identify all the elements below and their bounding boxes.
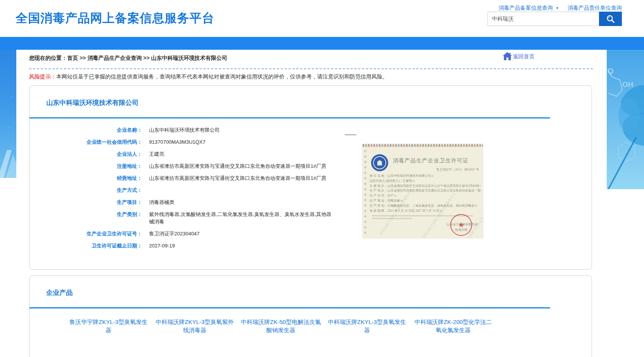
field-value: 91370700MA3M3U1QX7	[149, 138, 205, 146]
field-value: 紫外线消毒器,次氯酸钠发生器,二氧化氯发生器,臭氧发生器、臭氧水发生器,其他器械…	[149, 211, 332, 225]
chevron-down-icon: ▼	[555, 6, 559, 10]
nav-record-info-query[interactable]: 消毒产品备案信息查询 ▼	[498, 5, 559, 12]
header: 全国消毒产品网上备案信息服务平台 消毒产品备案信息查询 ▼ 消毒产品责任单位查询	[0, 0, 644, 37]
page: 全国消毒产品网上备案信息服务平台 消毒产品备案信息查询 ▼ 消毒产品责任单位查询	[0, 0, 644, 357]
field-value: 王建亮	[149, 150, 164, 158]
certificate-field-line: 单 位 名 称：山东中科瑞沃环境技术有限公司※	[370, 174, 481, 179]
risk-notice: 风险提示：本网站仅基于已掌握的信息提供查询服务，查询结果不代表本网站对被查询对象…	[29, 73, 607, 80]
field-value: 山东中科瑞沃环境技术有限公司	[149, 126, 220, 134]
back-home-link[interactable]: 返回首页	[503, 52, 535, 60]
blue-accent-bar	[0, 37, 644, 50]
back-home-label: 返回首页	[513, 53, 535, 60]
product-link[interactable]: 中科瑞沃牌ZK-50型电解法次氯酸钠发生器	[241, 318, 321, 334]
risk-notice-text: 本网站仅基于已掌握的信息提供查询服务，查询结果不代表本网站对被查询对象信用状况的…	[56, 73, 388, 80]
breadcrumb-prefix: 您现在的位置：	[29, 55, 67, 61]
nav-responsible-unit-query[interactable]: 消毒产品责任单位查询	[568, 5, 622, 12]
certificate-field-line: 法定代表人(或负责人)：王建亮※	[370, 179, 481, 184]
product-link[interactable]: 中科瑞沃牌ZKYL-3型臭氧紫外线消毒器	[154, 318, 235, 334]
red-seal-icon: ★	[450, 214, 472, 236]
certificate-field-line: 生 产 方 式：生产※	[370, 193, 481, 199]
company-field-row: 生产企业卫生许可证号： 鲁卫消证字202304047	[49, 230, 592, 237]
company-field-row: 注册地址： 山东省潍坊市高新区潍安路与宝通街交叉路口东北角自动变速器一期项目1#…	[49, 162, 592, 170]
product-link[interactable]: 中科瑞沃牌ZKYL-3型臭氧发生器	[327, 318, 407, 334]
svg-text:OH: OH	[622, 80, 634, 89]
dash-mark	[345, 134, 356, 135]
field-label: 生产项目：	[49, 199, 142, 206]
banner-background-right: O OH	[607, 50, 644, 189]
main-content: 您现在的位置：首页 >> 消毒产品生产企业查询 >> 山东中科瑞沃环境技术有限公…	[16, 50, 607, 357]
certificate-field-line: 生 产 地 址：山东省潍坊市高新区潍安路与宝通街交叉路口东北角自动变速器一期项目…	[370, 188, 481, 193]
company-field-row: 企业名称： 山东中科瑞沃环境技术有限公司	[49, 126, 592, 134]
company-field-row: 企业法人： 王建亮	[49, 150, 592, 158]
search-bar	[488, 12, 622, 26]
nav-responsible-unit-query-label: 消毒产品责任单位查询	[568, 5, 622, 12]
certificate-border	[363, 144, 483, 147]
certificate-field-line: 生 产 项 目：消毒器械※	[370, 199, 481, 204]
certificate-field-line: 有 效 期 限：2023 年 9 月 20 日至 2027 年 9 月 19 日…	[370, 209, 481, 214]
field-label: 经营地址：	[49, 174, 142, 182]
breadcrumb-trail[interactable]: 首页 >> 消毒产品生产企业查询 >> 山东中科瑞沃环境技术有限公司	[67, 55, 227, 61]
field-label: 注册地址：	[49, 162, 142, 170]
company-field-row: 卫生许可证截止日期： 2027-09-19	[49, 242, 592, 249]
search-input[interactable]	[488, 12, 599, 26]
search-icon	[606, 14, 616, 24]
field-label: 企业名称：	[49, 126, 142, 134]
card-title-underline	[30, 307, 550, 308]
nav-record-info-query-label: 消毒产品备案信息查询	[498, 5, 553, 12]
company-field-row: 生产类别： 紫外线消毒器,次氯酸钠发生器,二氧化氯发生器,臭氧发生器、臭氧水发生…	[49, 211, 592, 225]
search-button[interactable]	[599, 12, 622, 26]
svg-text:O: O	[608, 67, 614, 75]
field-label: 企业法人：	[49, 150, 142, 158]
field-label: 生产类别：	[49, 211, 142, 225]
product-list: 鲁沃华宇牌ZKYL-3型臭氧发生器 中科瑞沃牌ZKYL-3型臭氧紫外线消毒器 中…	[30, 318, 592, 340]
certificate-title: 消毒产品生产企业卫生许可证	[393, 157, 469, 164]
field-value: 2027-09-19	[149, 242, 175, 249]
site-title: 全国消毒产品网上备案信息服务平台	[16, 10, 214, 26]
company-card: 山东中科瑞沃环境技术有限公司 企业名称： 山东中科瑞沃环境技术有限公司 企业统一…	[29, 85, 592, 270]
field-value: 山东省潍坊市高新区潍安路与宝通街交叉路口东北角自动变速器一期项目1#厂房	[149, 174, 326, 182]
products-card: 企业产品 鲁沃华宇牌ZKYL-3型臭氧发生器 中科瑞沃牌ZKYL-3型臭氧紫外线…	[29, 275, 592, 357]
company-field-row: 生产方式：	[49, 186, 592, 194]
field-value: 山东省潍坊市高新区潍安路与宝通街交叉路口东北角自动变速器一期项目1#厂房	[149, 162, 326, 170]
company-title: 山东中科瑞沃环境技术有限公司	[30, 86, 592, 107]
certificate-number: 鲁卫消证字〔2023〕第04047 号	[436, 167, 479, 172]
certificate-fields: 单 位 名 称：山东中科瑞沃环境技术有限公司※ 法定代表人(或负责人)：王建亮※…	[370, 174, 481, 213]
company-field-row: 生产项目： 消毒器械类	[49, 199, 592, 206]
field-label: 生产方式：	[49, 186, 142, 194]
products-title: 企业产品	[30, 276, 592, 297]
company-fields: 企业名称： 山东中科瑞沃环境技术有限公司 企业统一社会信用代码： 9137070…	[30, 126, 592, 249]
certificate-field-line: 生 产 类 别：次氯酸钠发生器、二氧化氯发生器、臭氧发生器、紫外线消毒器※	[370, 204, 481, 209]
field-label: 企业统一社会信用代码：	[49, 138, 142, 146]
banner-background-left	[0, 50, 16, 178]
certificate-field-line: 注 册 地 址：山东省潍坊高新区玉清东街以北中心次干道以西高新大厦902号科研※	[370, 184, 481, 189]
card-title-underline	[30, 117, 550, 118]
dashed-divider	[29, 68, 593, 69]
product-link[interactable]: 中科瑞沃牌ZK-200型化学法二氧化氯发生器	[413, 318, 493, 334]
certificate-binding-holes	[364, 149, 367, 234]
home-icon	[503, 52, 512, 60]
hygiene-license-certificate-image: 消毒产品生产企业卫生许可证 鲁卫消证字〔2023〕第04047 号 单 位 名 …	[363, 144, 483, 238]
risk-notice-label: 风险提示：	[29, 73, 56, 80]
top-nav: 消毒产品备案信息查询 ▼ 消毒产品责任单位查询	[498, 5, 622, 12]
field-label: 生产企业卫生许可证号：	[49, 230, 142, 237]
company-field-row: 经营地址： 山东省潍坊市高新区潍安路与宝通街交叉路口东北角自动变速器一期项目1#…	[49, 174, 592, 182]
product-link[interactable]: 鲁沃华宇牌ZKYL-3型臭氧发生器	[68, 318, 149, 334]
national-emblem-icon	[371, 154, 388, 171]
field-value: 鲁卫消证字202304047	[149, 230, 200, 237]
field-value: 消毒器械类	[149, 199, 174, 206]
field-label: 卫生许可证截止日期：	[49, 242, 142, 249]
company-field-row: 企业统一社会信用代码： 91370700MA3M3U1QX7	[49, 138, 592, 146]
seal-star-glyph: ★	[458, 221, 464, 229]
